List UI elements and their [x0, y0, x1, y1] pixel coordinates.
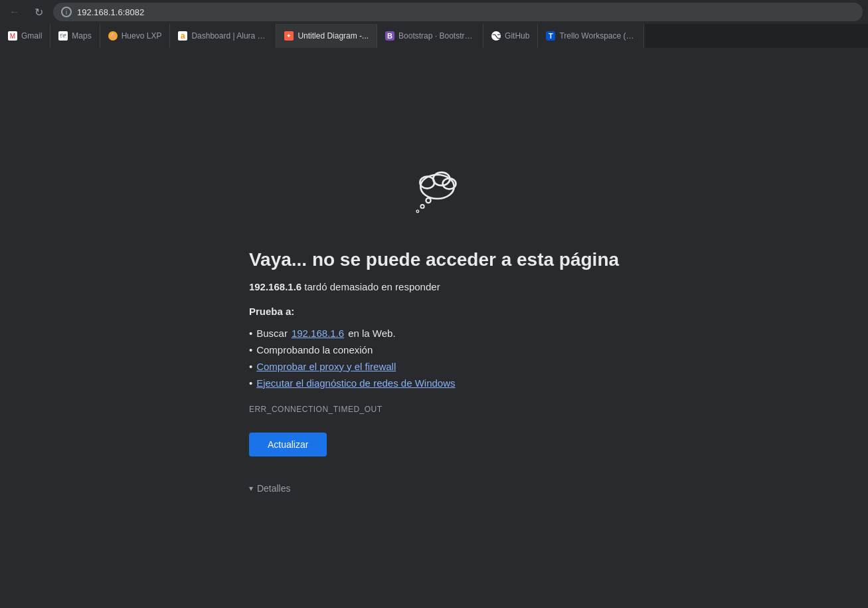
cloud-icon-wrapper [249, 163, 619, 223]
tab-maps[interactable]: 🗺 Maps [50, 24, 100, 48]
suggestion-connection: Comprobando la conexión [249, 342, 456, 358]
error-subtitle-rest: tardó demasiado en responder [302, 281, 440, 292]
tab-github[interactable]: ⌥ GitHub [483, 24, 538, 48]
suggestions-list: Buscar 192.168.1.6 en la Web. Comproband… [249, 325, 456, 391]
tab-label-trello: Trello Workspace (u... [559, 31, 636, 41]
suggestion-search: Buscar 192.168.1.6 en la Web. [249, 325, 456, 342]
details-label: Detalles [257, 483, 291, 494]
tab-label-amazon: Dashboard | Alura L... [191, 31, 268, 41]
tab-draw[interactable]: ✦ Untitled Diagram -... [276, 24, 377, 48]
error-title: Vaya... no se puede acceder a esta págin… [249, 249, 619, 270]
tab-label-huevo: Huevo LXP [122, 31, 162, 41]
svg-point-5 [420, 205, 424, 208]
svg-point-6 [416, 210, 419, 213]
tab-label-maps: Maps [72, 31, 91, 41]
chevron-down-icon: ▾ [249, 484, 253, 493]
suggestion-proxy: Comprobar el proxy y el firewall [249, 358, 456, 375]
try-label: Prueba a: [249, 306, 294, 317]
reload-page-button[interactable]: Actualizar [249, 433, 327, 456]
suggestion-diagnostics: Ejecutar el diagnóstico de redes de Wind… [249, 375, 456, 391]
suggestion-search-after: en la Web. [348, 328, 395, 339]
tab-label-gmail: Gmail [21, 31, 42, 41]
error-code: ERR_CONNECTION_TIMED_OUT [249, 405, 383, 414]
info-icon: i [61, 7, 72, 17]
title-bar: ← ↻ i 192.168.1.6:8082 [0, 0, 868, 24]
suggestion-connection-text: Comprobando la conexión [256, 344, 373, 355]
tab-favicon-draw: ✦ [284, 31, 294, 41]
suggestion-diagnostics-link[interactable]: Ejecutar el diagnóstico de redes de Wind… [256, 377, 455, 389]
tab-favicon-maps: 🗺 [58, 31, 68, 41]
cloud-icon [404, 163, 464, 223]
tab-label-draw: Untitled Diagram -... [298, 31, 369, 41]
tab-huevo[interactable]: 🥚 Huevo LXP [100, 24, 171, 48]
tab-label-bootstrap: Bootstrap · Bootstra... [398, 31, 475, 41]
details-row[interactable]: ▾ Detalles [249, 483, 291, 494]
error-subtitle: 192.168.1.6 tardó demasiado en responder [249, 281, 440, 292]
error-container: Vaya... no se puede acceder a esta págin… [236, 136, 632, 520]
suggestion-search-link[interactable]: 192.168.1.6 [292, 328, 344, 339]
tab-gmail[interactable]: M Gmail [0, 24, 50, 48]
tab-amazon[interactable]: a Dashboard | Alura L... [170, 24, 276, 48]
tab-favicon-bootstrap: B [385, 31, 394, 41]
tab-favicon-gmail: M [8, 31, 17, 41]
address-bar[interactable]: i 192.168.1.6:8082 [53, 3, 863, 21]
browser-chrome: ← ↻ i 192.168.1.6:8082 M Gmail 🗺 Maps 🥚 … [0, 0, 868, 48]
svg-point-4 [426, 198, 430, 203]
tab-favicon-amazon: a [178, 31, 187, 41]
tab-label-github: GitHub [505, 31, 529, 41]
tab-favicon-github: ⌥ [491, 31, 501, 41]
tab-bootstrap[interactable]: B Bootstrap · Bootstra... [377, 24, 483, 48]
tab-favicon-trello: T [546, 31, 555, 41]
back-button[interactable]: ← [5, 3, 24, 21]
main-content: Vaya... no se puede acceder a esta págin… [0, 48, 868, 608]
reload-button[interactable]: ↻ [29, 3, 48, 21]
suggestion-search-before: Buscar [256, 328, 288, 339]
error-host: 192.168.1.6 [249, 281, 302, 292]
tab-trello[interactable]: T Trello Workspace (u... [538, 24, 644, 48]
tab-favicon-huevo: 🥚 [108, 31, 118, 41]
tabs-bar: M Gmail 🗺 Maps 🥚 Huevo LXP a Dashboard |… [0, 24, 868, 48]
address-text: 192.168.1.6:8082 [77, 7, 144, 17]
suggestion-proxy-link[interactable]: Comprobar el proxy y el firewall [256, 361, 396, 372]
